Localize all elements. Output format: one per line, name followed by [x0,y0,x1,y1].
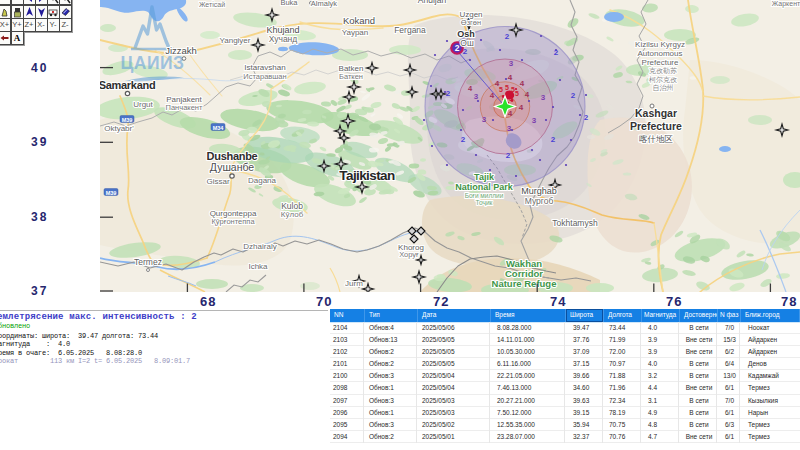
svg-text:3: 3 [541,93,546,102]
svg-text:Қӯрғонтеппа: Қӯрғонтеппа [211,217,255,226]
svg-text:Yaypan: Yaypan [342,28,369,37]
svg-text:3: 3 [482,115,487,124]
svg-text:2: 2 [446,89,451,98]
svg-text:Almalyk: Almalyk [311,0,338,8]
svg-text:Prefecture: Prefecture [630,120,682,132]
svg-text:Kizilsu Kyrgyz: Kizilsu Kyrgyz [635,40,685,49]
svg-text:Tajikistan: Tajikistan [339,168,395,183]
svg-text:Istaravshan: Istaravshan [244,63,285,72]
svg-text:Боғи миллии: Боғи миллии [465,192,504,199]
svg-text:Ош: Ош [460,38,474,48]
svg-text:5: 5 [515,90,519,97]
svg-text:4: 4 [519,103,524,112]
svg-text:喀什地区: 喀什地区 [639,134,673,144]
svg-text:Dagana: Dagana [248,176,277,185]
svg-text:Gissar: Gissar [206,177,229,186]
svg-text:5: 5 [499,86,503,93]
svg-text:Urgut: Urgut [133,100,153,109]
svg-text:Хучанд: Хучанд [269,34,298,44]
svg-text:4: 4 [520,79,525,88]
svg-text:Andijan: Andijan [418,0,447,5]
svg-text:M34: M34 [213,125,225,131]
svg-text:Баткен: Баткен [339,72,363,81]
svg-text:3: 3 [507,124,512,133]
svg-text:Buka: Buka [280,0,298,7]
svg-text:Samarkand: Samarkand [100,79,155,91]
svg-text:4: 4 [508,109,513,118]
svg-text:Душанбе: Душанбе [210,161,255,173]
svg-text:3: 3 [532,116,537,125]
svg-text:M39: M39 [106,190,117,196]
svg-text:Nature Refuge: Nature Refuge [492,278,557,289]
svg-text:2: 2 [551,135,556,144]
svg-text:2: 2 [571,91,576,100]
svg-text:4: 4 [490,91,495,100]
svg-text:Jurm: Jurm [345,279,363,288]
svg-text:自治州: 自治州 [653,84,674,92]
svg-text:3: 3 [509,59,514,68]
svg-text:5: 5 [505,84,509,91]
svg-text:Oktyabr': Oktyabr' [104,124,134,133]
svg-text:4: 4 [508,73,513,82]
svg-text:Жетісай: Жетісай [199,1,225,8]
svg-text:Ichka: Ichka [248,262,268,271]
svg-text:Панчакент: Панчакент [166,103,203,112]
svg-text:Kashgar: Kashgar [635,107,677,119]
svg-text:Fergana: Fergana [394,25,426,35]
svg-text:M39: M39 [122,117,133,123]
svg-text:3: 3 [474,92,479,101]
svg-text:2: 2 [584,113,588,122]
svg-text:2: 2 [554,48,559,57]
svg-text:Yangiyer: Yangiyer [220,36,251,45]
svg-text:Кӯлоб: Кӯлоб [281,210,304,219]
svg-text:Истаравшан: Истаравшан [243,72,286,81]
svg-text:Мургоб: Мургоб [525,196,554,206]
svg-text:Dzhairaly: Dzhairaly [243,242,276,251]
svg-text:Жаркент: Жаркент [772,0,800,8]
svg-text:Tajik: Tajik [474,172,495,182]
svg-text:ЦАИИЗ: ЦАИИЗ [121,53,185,73]
svg-text:2: 2 [505,32,510,41]
svg-text:2: 2 [461,135,466,144]
svg-text:Prefecture: Prefecture [642,58,679,67]
svg-text:Хоруғ: Хоруғ [399,250,419,259]
svg-text:克孜勒苏: 克孜勒苏 [649,67,677,75]
svg-text:Termez: Termez [134,257,162,267]
svg-text:2: 2 [455,43,460,53]
svg-text:Тоҷик: Тоҷик [476,199,493,206]
svg-text:Tokhtamysh: Tokhtamysh [552,218,598,228]
svg-text:Murghab: Murghab [521,186,557,196]
svg-text:Өзгөн: Өзгөн [461,18,481,27]
svg-text:National Park: National Park [455,182,514,192]
svg-text:Jizzakh: Jizzakh [165,45,197,56]
svg-text:柯尔克孜: 柯尔克孜 [649,76,677,84]
svg-text:2: 2 [506,151,511,160]
svg-text:Kokand: Kokand [343,15,375,26]
svg-text:4: 4 [525,90,530,99]
